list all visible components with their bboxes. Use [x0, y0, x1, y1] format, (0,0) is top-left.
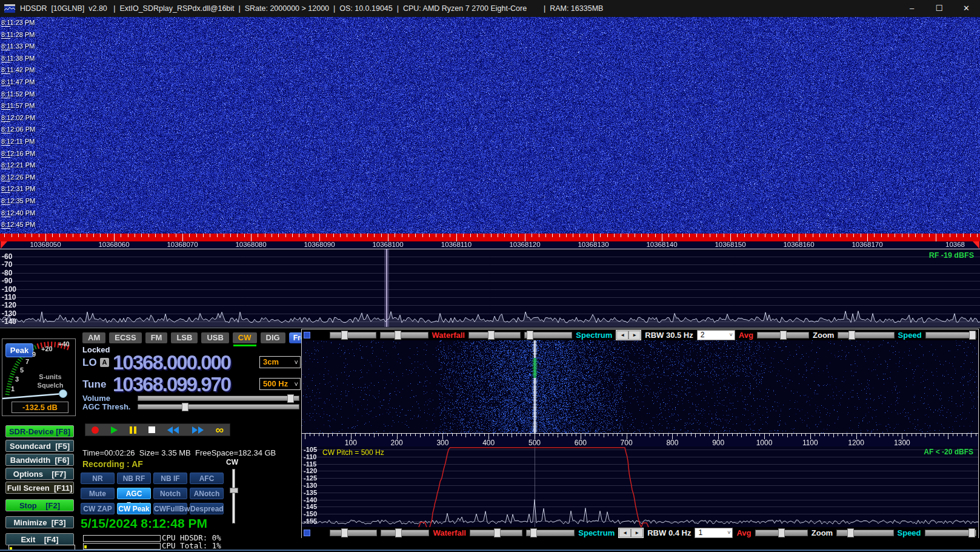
sidebar-button-minimize[interactable]: Minimize [F3]	[5, 516, 74, 528]
panel-resize-handle[interactable]	[304, 332, 310, 338]
agc-slider-thumb[interactable]	[182, 403, 188, 411]
mode-button-dig[interactable]: DIG	[261, 332, 285, 343]
rf-spectrum-canvas[interactable]	[0, 249, 980, 327]
fast-forward-button[interactable]	[192, 426, 204, 434]
zoom-slider[interactable]	[836, 530, 893, 536]
sidebar-button-stop[interactable]: Stop [F2]	[5, 499, 74, 511]
sidebar-button-soundcard[interactable]: Soundcard [F5]	[5, 440, 74, 452]
waterfall-contrast-slider-thumb[interactable]	[341, 528, 348, 537]
dsp-button-cw-zap[interactable]: CW ZAP	[81, 503, 115, 514]
chevron-down-icon[interactable]: ˅	[729, 331, 732, 340]
tune-frequency-display[interactable]: 10368.099.970	[113, 373, 230, 396]
avg-slider-thumb[interactable]	[778, 528, 785, 537]
volume-slider-thumb[interactable]	[287, 394, 294, 403]
dsp-button-nb-if[interactable]: NB IF	[153, 473, 187, 484]
loop-button[interactable]: ∞	[215, 427, 224, 433]
waterfall-contrast-slider[interactable]	[330, 530, 377, 536]
minimize-button[interactable]: –	[898, 0, 925, 17]
close-button[interactable]: ✕	[953, 0, 980, 17]
dsp-button-afc[interactable]: AFC	[190, 473, 224, 484]
dsp-button-cwfullbw[interactable]: CWFullBw	[153, 503, 187, 514]
rf-spectrum-panel[interactable]: -60-70-80-90-100-110-120-130-140 RF -19 …	[0, 249, 980, 328]
chevron-down-icon[interactable]: ˅	[727, 528, 730, 537]
dsp-button-anotch[interactable]: ANotch	[190, 488, 224, 499]
speed-slider[interactable]	[925, 332, 976, 338]
mode-button-fm[interactable]: FM	[145, 332, 168, 343]
mode-button-am[interactable]: AM	[82, 332, 105, 343]
dsp-button-mute[interactable]: Mute	[81, 488, 115, 499]
spectrum-contrast-slider-thumb[interactable]	[494, 528, 501, 537]
rbw-decrease-button[interactable]: ◄	[616, 331, 628, 340]
maximize-button[interactable]: ☐	[925, 0, 953, 17]
peak-button[interactable]: Peak	[5, 343, 33, 357]
af-spectrum-panel[interactable]: -105-110-115-120-125-130-135-140-145-150…	[302, 446, 978, 527]
chevron-down-icon[interactable]: ˅	[295, 379, 298, 389]
dsp-button-notch[interactable]: Notch	[153, 488, 187, 499]
rbw-increase-button[interactable]: ►	[631, 528, 643, 537]
sidebar-button-sdr-device[interactable]: SDR-Device [F8]	[5, 425, 74, 437]
lo-frequency-display[interactable]: 10368.000.000	[113, 351, 230, 374]
cw-slider-thumb[interactable]	[230, 488, 238, 493]
panel-resize-handle[interactable]	[304, 530, 310, 536]
avg-slider-thumb[interactable]	[780, 331, 787, 340]
dsp-button-nb-rf[interactable]: NB RF	[117, 473, 151, 484]
lo-auto-badge[interactable]: A	[100, 358, 109, 367]
avg-count-select[interactable]: 1˅	[695, 528, 733, 538]
volume-slider[interactable]	[138, 395, 299, 401]
ruler-frequency-label: 10368050	[30, 241, 61, 248]
dsp-button-despread[interactable]: Despread	[190, 503, 224, 514]
spectrum-contrast-slider[interactable]	[468, 332, 521, 338]
waterfall-contrast-slider[interactable]	[330, 332, 376, 338]
band-select[interactable]: 3cm˅	[259, 356, 301, 368]
sidebar-button-bandwidth[interactable]: Bandwidth [F6]	[5, 454, 74, 466]
dsp-button-cw-peak[interactable]: CW Peak	[117, 503, 151, 514]
af-spectrum-canvas[interactable]	[302, 446, 978, 527]
avg-slider[interactable]	[755, 530, 808, 536]
mode-button-ecss[interactable]: ECSS	[109, 332, 141, 343]
play-button[interactable]	[111, 426, 118, 434]
pause-button[interactable]	[130, 426, 132, 434]
dsp-button-agc-fast[interactable]: AGC Fast	[117, 488, 151, 499]
mode-button-cw[interactable]: CW	[233, 332, 257, 343]
sidebar-button-options[interactable]: Options [F7]	[5, 468, 74, 480]
waterfall-brightness-slider-thumb[interactable]	[395, 331, 401, 340]
cw-pitch-label: CW Pitch = 500 Hz	[322, 448, 384, 457]
af-waterfall[interactable]	[302, 340, 978, 433]
chevron-down-icon[interactable]: ˅	[295, 357, 298, 368]
zoom-slider[interactable]	[838, 332, 894, 338]
speed-slider-thumb[interactable]	[969, 331, 976, 340]
zoom-slider-thumb[interactable]	[847, 528, 854, 537]
mode-button-usb[interactable]: USB	[201, 332, 228, 343]
waterfall-brightness-slider[interactable]	[380, 332, 428, 338]
spectrum-offset-slider[interactable]	[524, 332, 572, 338]
cw-vertical-slider[interactable]	[232, 469, 235, 523]
mode-button-lsb[interactable]: LSB	[171, 332, 198, 343]
record-button[interactable]	[92, 426, 99, 434]
sidebar-button-full[interactable]: Full Screen [F11]	[5, 482, 74, 494]
step-select[interactable]: 500 Hz˅	[259, 378, 301, 390]
spectrum-contrast-slider-thumb[interactable]	[488, 331, 495, 340]
waterfall-contrast-slider-thumb[interactable]	[341, 331, 348, 340]
sidebar-button-exit[interactable]: Exit [F4]	[5, 533, 74, 545]
avg-count-select[interactable]: 2˅	[697, 330, 735, 340]
rbw-increase-button[interactable]: ►	[628, 331, 641, 340]
waterfall-brightness-slider[interactable]	[381, 530, 429, 536]
rbw-decrease-button[interactable]: ◄	[619, 528, 631, 537]
avg-slider[interactable]	[757, 332, 809, 338]
spectrum-contrast-slider[interactable]	[470, 530, 522, 536]
rf-ruler-canvas[interactable]	[0, 234, 980, 249]
zoom-slider-thumb[interactable]	[848, 331, 855, 340]
rf-frequency-ruler[interactable]: 1036805010368060103680701036808010368090…	[0, 234, 980, 249]
dsp-button-nr[interactable]: NR	[81, 473, 115, 484]
rf-waterfall[interactable]	[0, 17, 980, 234]
rewind-button[interactable]	[167, 426, 179, 434]
speed-slider-thumb[interactable]	[968, 528, 975, 537]
agc-threshold-slider[interactable]	[138, 404, 299, 409]
speed-slider[interactable]	[925, 530, 976, 536]
spectrum-offset-slider-thumb[interactable]	[530, 528, 537, 537]
af-db-label: -130	[304, 482, 317, 489]
waterfall-brightness-slider-thumb[interactable]	[395, 528, 402, 537]
stop-playback-button[interactable]	[148, 426, 155, 433]
spectrum-offset-slider[interactable]	[526, 530, 575, 536]
spectrum-offset-slider-thumb[interactable]	[527, 331, 533, 340]
